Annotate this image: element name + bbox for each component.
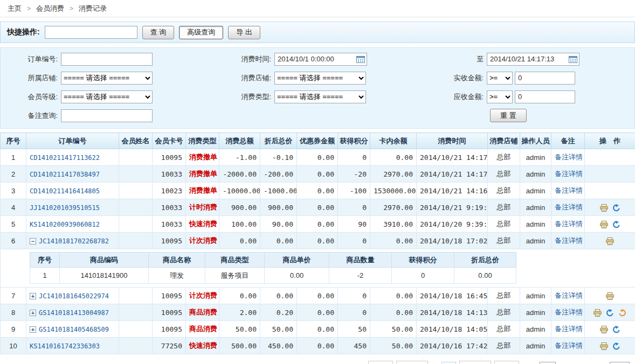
remark-detail-link[interactable]: 备注详情 — [555, 291, 583, 299]
consume-shop-select[interactable]: ===== 请选择 ===== — [274, 72, 366, 85]
cell-card-balance: 0.00 — [370, 233, 417, 249]
receivable-amount-op-select[interactable]: >= — [487, 90, 513, 103]
print-icon[interactable] — [600, 342, 608, 350]
receivable-amount-label: 应收金额: — [432, 92, 487, 102]
cell-consume-shop: 总部 — [488, 338, 520, 354]
member-level-select[interactable]: ===== 请选择 ===== — [61, 90, 153, 103]
collapse-toggle-icon[interactable]: − — [30, 238, 36, 244]
print-icon[interactable] — [600, 221, 608, 228]
page-2-button[interactable]: 2 — [441, 362, 456, 364]
return-goods-icon[interactable] — [618, 309, 626, 317]
order-no-link[interactable]: CD1410211417113622 — [30, 154, 100, 162]
cell-consume-time: 2014/10/21 14:16:41 — [417, 183, 488, 199]
actual-amount-input[interactable] — [515, 72, 575, 85]
breadcrumb: 主页 > 会员消费 > 消费记录 — [0, 0, 635, 17]
cell-card-no: 10095 — [153, 233, 186, 249]
expand-toggle-icon[interactable]: + — [30, 326, 36, 333]
order-no-link[interactable]: JJ1410201039510515 — [30, 204, 100, 212]
order-no-link[interactable]: CD1410211417038497 — [30, 171, 100, 178]
remark-detail-link[interactable]: 备注详情 — [555, 325, 583, 333]
remark-detail-link[interactable]: 备注详情 — [555, 341, 583, 349]
print-icon[interactable] — [606, 292, 614, 300]
cell-seq: 9 — [1, 321, 26, 338]
consume-time-to-input[interactable] — [487, 53, 579, 66]
undo-icon[interactable] — [606, 309, 614, 317]
undo-icon[interactable] — [612, 326, 620, 333]
goto-page-select[interactable]: 1 — [540, 362, 556, 364]
undo-icon[interactable] — [612, 204, 620, 212]
prev-page-button[interactable]: 上一页 — [396, 361, 428, 364]
remark-detail-link[interactable]: 备注详情 — [555, 186, 583, 194]
calendar-icon[interactable] — [569, 55, 577, 63]
print-icon[interactable] — [600, 326, 608, 333]
cell-earned-points: 0 — [338, 304, 370, 321]
cell-seq: 6 — [1, 233, 26, 249]
actual-amount-op-select[interactable]: >= — [487, 72, 513, 85]
query-button[interactable]: 查 询 — [142, 26, 175, 39]
order-no-input[interactable] — [61, 53, 153, 66]
cell-consume-time: 2014/10/16 17:42:48 — [417, 338, 488, 354]
advanced-query-button[interactable]: 高级查询 — [179, 26, 223, 39]
remark-query-input[interactable] — [61, 109, 153, 122]
order-no-link[interactable]: JC1410181645022974 — [39, 292, 109, 300]
cell-total-amount: -10000.00 — [219, 183, 260, 199]
cell-earned-points: -100 — [338, 183, 370, 199]
cell-actions — [585, 288, 635, 304]
cell-operator: admin — [520, 216, 551, 233]
undo-icon[interactable] — [612, 221, 620, 228]
order-no-label: 订单编号: — [1, 54, 61, 64]
next-page-button[interactable]: 下一页 — [459, 361, 491, 364]
receivable-amount-input[interactable] — [515, 90, 575, 103]
expand-toggle-icon[interactable]: + — [30, 293, 36, 299]
breadcrumb-home[interactable]: 主页 — [8, 4, 22, 13]
cell-consume-shop: 总部 — [488, 233, 520, 249]
advanced-filter-panel: 订单编号: 消费时间: 至 所属店铺: ===== 请选择 ===== 消费店铺… — [0, 47, 635, 129]
print-icon[interactable] — [606, 237, 614, 245]
reset-button[interactable]: 重 置 — [490, 109, 527, 122]
print-icon[interactable] — [593, 309, 602, 317]
print-icon[interactable] — [600, 204, 608, 212]
cell-card-no: 10095 — [153, 321, 186, 338]
remark-detail-link[interactable]: 备注详情 — [555, 153, 583, 161]
cell-discounted-total: 50.00 — [260, 321, 297, 338]
breadcrumb-member-consume[interactable]: 会员消费 — [36, 4, 64, 13]
cell-member-name — [119, 183, 153, 199]
remark-detail-link[interactable]: 备注详情 — [555, 220, 583, 228]
per-page-select[interactable]: 10 — [610, 362, 630, 364]
calendar-icon[interactable] — [356, 55, 365, 63]
cell-earned-points: 450 — [338, 338, 370, 354]
cell-coupon-amount: 0.00 — [297, 288, 338, 304]
cell-discounted-total: -200.00 — [260, 166, 297, 183]
cell-actions — [585, 338, 635, 354]
cell-seq: 1 — [1, 149, 26, 166]
subtable-column-header: 商品类型 — [205, 253, 265, 268]
consume-type-label: 消费类型: — [216, 92, 274, 102]
order-no-link[interactable]: KS1410200939060812 — [30, 221, 100, 228]
cell-actions — [585, 183, 635, 199]
column-header: 消费时间 — [417, 133, 488, 149]
remark-detail-link[interactable]: 备注详情 — [555, 170, 583, 178]
cell-consume-time: 2014/10/18 16:45:02 — [417, 288, 488, 304]
export-button[interactable]: 导 出 — [228, 26, 260, 39]
order-no-link[interactable]: GS1410181405468509 — [39, 326, 109, 333]
order-no-link[interactable]: GS1410181413004987 — [39, 309, 109, 317]
column-header: 消费店铺 — [488, 133, 520, 149]
remark-detail-link[interactable]: 备注详情 — [555, 308, 583, 316]
first-page-button[interactable]: 首页 — [368, 361, 393, 364]
expand-toggle-icon[interactable]: + — [30, 310, 36, 316]
remark-detail-link[interactable]: 备注详情 — [555, 236, 583, 244]
last-page-button[interactable]: 尾页 — [494, 361, 519, 364]
own-shop-select[interactable]: ===== 请选择 ===== — [61, 72, 153, 85]
order-no-link[interactable]: CD1410211416414805 — [30, 187, 100, 195]
cell-coupon-amount: 0.00 — [297, 199, 338, 216]
column-header: 消费类型 — [186, 133, 219, 149]
quick-search-input[interactable] — [45, 26, 137, 39]
undo-icon[interactable] — [612, 342, 620, 350]
consume-type-select[interactable]: ===== 请选择 ===== — [274, 90, 366, 103]
cell-consume-shop: 总部 — [488, 321, 520, 338]
order-no-link[interactable]: KS1410161742336303 — [30, 342, 100, 350]
cell-remark: 备注详情 — [551, 233, 585, 249]
order-no-link[interactable]: JC1410181702268782 — [39, 237, 109, 245]
consume-time-from-input[interactable] — [274, 53, 367, 66]
remark-detail-link[interactable]: 备注详情 — [555, 203, 583, 211]
